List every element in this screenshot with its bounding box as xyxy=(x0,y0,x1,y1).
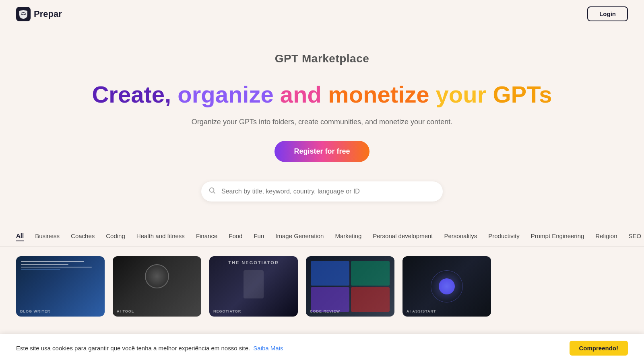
category-item-seo[interactable]: SEO xyxy=(629,231,642,241)
category-item-productivity[interactable]: Productivity xyxy=(488,231,520,241)
logo-text: Prepar xyxy=(34,9,62,19)
category-item-religion[interactable]: Religion xyxy=(595,231,617,241)
search-input[interactable] xyxy=(201,181,443,202)
category-item-finance[interactable]: Finance xyxy=(196,231,217,241)
card-card5[interactable]: AI ASSISTANT xyxy=(402,256,491,317)
card-card3[interactable]: THE NEGOTIATOR NEGOTIATOR xyxy=(209,256,298,317)
category-item-marketing[interactable]: Marketing xyxy=(335,231,361,241)
category-item-fun[interactable]: Fun xyxy=(254,231,264,241)
search-container xyxy=(201,181,443,202)
search-icon xyxy=(208,187,216,196)
headline-organize: organize xyxy=(178,81,280,107)
hero-subtitle: Organize your GPTs into folders, create … xyxy=(192,118,452,126)
headline-create: Create, xyxy=(92,81,178,107)
category-item-all[interactable]: All xyxy=(16,230,24,241)
headline: Create, organize and monetize your GPTs xyxy=(92,81,552,108)
category-item-prompt[interactable]: Prompt Engineering xyxy=(531,231,584,241)
logo-icon xyxy=(16,7,31,21)
category-item-image[interactable]: Image Generation xyxy=(275,231,324,241)
cookie-message: Este site usa cookies para garantir que … xyxy=(16,345,283,352)
headline-your: your xyxy=(436,81,493,107)
category-item-business[interactable]: Business xyxy=(35,231,60,241)
headline-gpts: GPTs xyxy=(493,81,552,107)
cards-row: BLOG WRITER AI TOOL THE NEGOTIATOR NEGOT… xyxy=(0,256,644,317)
header: Prepar Login xyxy=(0,0,644,28)
category-item-coaches[interactable]: Coaches xyxy=(71,231,95,241)
card-card1[interactable]: BLOG WRITER xyxy=(16,256,105,317)
login-button[interactable]: Login xyxy=(587,6,628,21)
logo[interactable]: Prepar xyxy=(16,7,62,21)
card-card4[interactable]: CODE REVIEW xyxy=(306,256,394,317)
category-item-personal[interactable]: Personal development xyxy=(373,231,433,241)
hero-section: GPT Marketplace Create, organize and mon… xyxy=(0,28,644,230)
headline-and: and xyxy=(280,81,328,107)
category-tabs: AllBusinessCoachesCodingHealth and fitne… xyxy=(0,230,644,247)
marketplace-label: GPT Marketplace xyxy=(275,52,369,65)
category-item-personality[interactable]: Personalitys xyxy=(444,231,477,241)
register-button[interactable]: Register for free xyxy=(275,141,369,162)
cookie-message-text: Este site usa cookies para garantir que … xyxy=(16,345,250,352)
cookie-banner: Este site usa cookies para garantir que … xyxy=(0,334,644,362)
cookie-link[interactable]: Saiba Mais xyxy=(253,345,283,352)
cookie-accept-button[interactable]: Compreendo! xyxy=(570,341,628,356)
category-item-health[interactable]: Health and fitness xyxy=(136,231,185,241)
headline-monetize: monetize xyxy=(328,81,436,107)
card-card2[interactable]: AI TOOL xyxy=(113,256,201,317)
category-item-food[interactable]: Food xyxy=(229,231,242,241)
category-item-coding[interactable]: Coding xyxy=(106,231,125,241)
